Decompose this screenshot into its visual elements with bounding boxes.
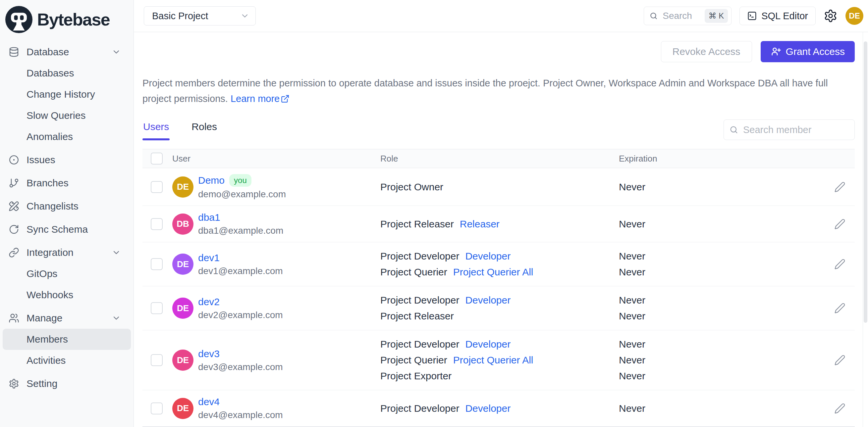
sidebar-item-branches[interactable]: Branches <box>0 172 133 194</box>
sql-editor-label: SQL Editor <box>761 10 808 22</box>
sidebar: Bytebase Database Databases Change Histo… <box>0 0 134 427</box>
description-line-1: Project members determine the permission… <box>143 75 855 91</box>
member-name-link[interactable]: dev1 <box>198 252 220 263</box>
member-name-link[interactable]: dev3 <box>198 348 220 359</box>
tab-users[interactable]: Users <box>143 119 169 140</box>
expiration-value: Never <box>619 308 804 324</box>
row-checkbox[interactable] <box>151 402 163 415</box>
chevron-down-icon <box>112 248 121 257</box>
member-name-link[interactable]: Demo <box>198 175 225 186</box>
sidebar-item-label: Sync Schema <box>27 224 88 235</box>
chevron-down-icon <box>112 47 121 57</box>
role-condition-link[interactable]: Developer <box>465 251 510 262</box>
you-badge: you <box>229 174 251 187</box>
search-shortcut-badge: ⌘ K <box>705 9 728 23</box>
chevron-down-icon <box>112 314 121 323</box>
gear-icon <box>9 379 19 389</box>
member-tabs: Users Roles <box>143 119 218 140</box>
sidebar-item-sync-schema[interactable]: Sync Schema <box>0 219 133 240</box>
sidebar-item-slow-queries[interactable]: Slow Queries <box>0 105 133 126</box>
table-header-row: User Role Expiration <box>143 149 855 168</box>
sidebar-item-changelists[interactable]: Changelists <box>0 196 133 217</box>
revoke-access-button[interactable]: Revoke Access <box>661 41 752 62</box>
role-condition-link[interactable]: Project Querier All <box>453 266 533 278</box>
row-checkbox[interactable] <box>151 181 163 193</box>
sidebar-item-label: Anomalies <box>27 131 73 142</box>
terminal-icon <box>747 11 757 21</box>
edit-pencil-icon[interactable] <box>834 355 845 366</box>
expiration-value: Never <box>619 352 804 368</box>
member-name-link[interactable]: dev2 <box>198 296 220 307</box>
settings-gear-icon[interactable] <box>824 9 838 23</box>
global-search[interactable]: ⌘ K <box>644 7 732 25</box>
chevron-down-icon <box>240 11 249 21</box>
sidebar-item-label: Databases <box>27 68 74 79</box>
role-text: Project Querier <box>380 266 447 278</box>
sql-editor-button[interactable]: SQL Editor <box>740 7 816 25</box>
role-condition-link[interactable]: Developer <box>465 403 510 414</box>
bytebase-logo-icon <box>5 6 32 33</box>
expiration-value: Never <box>619 368 804 384</box>
tab-roles[interactable]: Roles <box>191 119 218 140</box>
edit-pencil-icon[interactable] <box>834 219 845 230</box>
sidebar-item-gitops[interactable]: GitOps <box>0 263 133 284</box>
role-text: Project Releaser <box>380 310 454 322</box>
sidebar-item-setting[interactable]: Setting <box>0 373 133 394</box>
role-text: Project Owner <box>380 182 443 193</box>
edit-pencil-icon[interactable] <box>834 182 845 193</box>
learn-more-link[interactable]: Learn more <box>230 91 289 107</box>
sidebar-item-change-history[interactable]: Change History <box>0 84 133 105</box>
list-header: Users Roles <box>143 119 855 140</box>
grant-access-button[interactable]: Grant Access <box>761 41 855 62</box>
row-checkbox[interactable] <box>151 302 163 314</box>
row-checkbox[interactable] <box>151 354 163 366</box>
role-text: Project Developer <box>380 251 459 262</box>
user-avatar[interactable]: DE <box>845 7 863 25</box>
edit-pencil-icon[interactable] <box>834 302 845 314</box>
issues-icon <box>9 155 19 165</box>
member-email: dev4@example.com <box>198 410 283 420</box>
role-condition-link[interactable]: Developer <box>465 295 510 306</box>
expiration-value: Never <box>619 216 804 232</box>
brand-logo[interactable]: Bytebase <box>0 0 133 34</box>
edit-pencil-icon[interactable] <box>834 403 845 414</box>
select-all-checkbox[interactable] <box>151 153 163 165</box>
scrollbar-thumb[interactable] <box>864 41 867 323</box>
member-email: dev2@example.com <box>198 310 283 320</box>
sidebar-item-activities[interactable]: Activities <box>0 350 133 371</box>
sidebar-item-label: Setting <box>27 378 57 389</box>
member-name-link[interactable]: dev4 <box>198 396 220 407</box>
sidebar-item-database[interactable]: Database <box>0 41 133 63</box>
role-condition-link[interactable]: Developer <box>465 339 510 350</box>
table-row: DE Demo you demo@example.com Project Own… <box>143 168 855 206</box>
sidebar-item-issues[interactable]: Issues <box>0 149 133 170</box>
table-row: DE dev4 dev4@example.com Project Develop… <box>143 390 855 427</box>
sidebar-item-manage[interactable]: Manage <box>0 307 133 329</box>
sidebar-item-webhooks[interactable]: Webhooks <box>0 284 133 305</box>
project-select[interactable]: Basic Project <box>144 6 256 26</box>
sidebar-item-label: GitOps <box>27 268 57 280</box>
edit-pencil-icon[interactable] <box>834 259 845 270</box>
sidebar-item-anomalies[interactable]: Anomalies <box>0 126 133 147</box>
member-search[interactable] <box>723 120 855 140</box>
expiration-value: Never <box>619 264 804 280</box>
role-condition-link[interactable]: Project Querier All <box>453 355 533 366</box>
member-search-input[interactable] <box>742 124 849 136</box>
scrollbar-track <box>863 32 868 427</box>
sidebar-item-label: Change History <box>27 89 95 100</box>
row-checkbox[interactable] <box>151 218 163 230</box>
member-name-link[interactable]: dba1 <box>198 212 220 223</box>
table-row: DB dba1 dba1@example.com Project Release… <box>143 206 855 242</box>
row-checkbox[interactable] <box>151 258 163 270</box>
role-condition-link[interactable]: Releaser <box>460 219 500 230</box>
sidebar-item-databases[interactable]: Databases <box>0 63 133 84</box>
sidebar-item-integration[interactable]: Integration <box>0 242 133 263</box>
role-text: Project Developer <box>380 403 459 414</box>
database-icon <box>9 47 19 57</box>
description-line-2: project permissions. Learn more <box>143 91 855 107</box>
table-row: DE dev2 dev2@example.com Project Develop… <box>143 286 855 330</box>
sidebar-item-members[interactable]: Members <box>3 329 131 350</box>
search-input[interactable] <box>662 10 700 22</box>
sidebar-item-label: Activities <box>27 355 66 366</box>
expiration-value: Never <box>619 292 804 308</box>
